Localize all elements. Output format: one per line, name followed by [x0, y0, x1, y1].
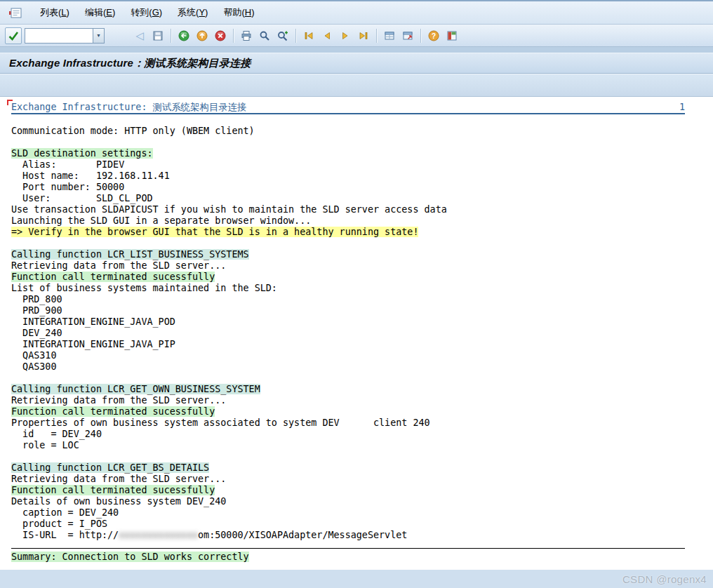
back-arrow-icon — [178, 30, 189, 41]
next-page-icon — [340, 30, 351, 41]
exit-arrow-icon — [196, 30, 208, 41]
toolbar-separator — [171, 29, 171, 43]
report-line: Use transaction SLDAPICUST if you wish t… — [11, 204, 696, 215]
find-next-button[interactable] — [274, 27, 291, 44]
report-area: Exchange Infrastructure: 测试系统架构目录连接1Comm… — [0, 97, 713, 570]
first-page-button[interactable] — [300, 27, 317, 44]
save-button[interactable] — [149, 27, 166, 44]
new-session-button[interactable] — [381, 27, 398, 44]
first-page-icon — [303, 30, 314, 41]
command-dropdown-button[interactable]: ▼ — [93, 28, 105, 44]
report-line: INTEGRATION_ENGINE_JAVA_POD — [11, 316, 696, 328]
status-bar: CSDN @rogenx4 — [0, 570, 713, 588]
report-line: List of business systems maintained in t… — [11, 283, 696, 294]
exit-button[interactable] — [194, 27, 211, 44]
previous-page-button[interactable] — [319, 27, 335, 44]
report-line — [11, 373, 696, 384]
summary-divider — [11, 541, 685, 549]
report-lines: Exchange Infrastructure: 测试系统架构目录连接1Comm… — [0, 97, 696, 563]
help-button[interactable]: ? — [425, 27, 442, 44]
back-button[interactable] — [175, 27, 192, 44]
report-line: SLD destination settings: — [11, 148, 696, 159]
toolbar-separator — [420, 29, 421, 43]
menu-bar: 列表(L)编辑(E)转到(G)系统(Y)帮助(H) — [0, 1, 713, 25]
new-session-icon — [384, 30, 395, 41]
report-line: QAS310 — [11, 350, 696, 361]
menu-item-system[interactable]: 系统(Y) — [170, 4, 215, 22]
toolbar-separator — [233, 29, 234, 43]
report-line: => Verify in the browser GUI that the SL… — [11, 227, 696, 238]
title-bar: Exchange Infrastructure：测试系统架构目录连接 — [0, 53, 713, 74]
report-line: PRD_800 — [11, 294, 696, 305]
list-report-icon — [8, 7, 24, 19]
cancel-x-icon — [215, 30, 226, 41]
report-line: Port number: 50000 — [11, 182, 696, 193]
watermark-text: CSDN @rogenx4 — [622, 573, 707, 585]
enter-check-icon — [8, 30, 19, 41]
is-url-line: IS-URL = http://xxxxxxxxxxxxxxom:50000/X… — [11, 530, 696, 541]
report-line: Function call terminated sucessfully — [11, 406, 696, 417]
report-line: User: SLD_CL_POD — [11, 193, 696, 204]
help-question-icon: ? — [428, 30, 439, 41]
menu-item-goto[interactable]: 转到(G) — [123, 4, 170, 22]
report-line: QAS300 — [11, 361, 696, 373]
window-gap-band — [0, 47, 713, 53]
find-button[interactable] — [256, 27, 273, 44]
report-line: role = LOC — [11, 440, 696, 451]
report-line: Retrieving data from the SLD server... — [11, 395, 696, 406]
report-line: Calling function LCR_GET_BS_DETAILS — [11, 462, 696, 474]
print-button[interactable] — [238, 27, 255, 44]
page-number: 1 — [679, 102, 685, 113]
create-shortcut-button[interactable] — [399, 27, 416, 44]
menu-item-list[interactable]: 列表(L) — [32, 4, 77, 22]
report-line: Retrieving data from the SLD server... — [11, 260, 696, 272]
report-line: Function call terminated sucessfully — [11, 485, 696, 496]
toolbar-separator — [376, 29, 377, 43]
sap-window: 列表(L)编辑(E)转到(G)系统(Y)帮助(H) ▼ ◁ — [0, 0, 713, 588]
report-line: Communication mode: HTTP only (WBEM clie… — [11, 126, 696, 137]
collapse-command-button[interactable]: ◁ — [131, 27, 148, 44]
chevron-down-icon: ▼ — [96, 33, 101, 38]
report-line: Retrieving data from the SLD server... — [11, 474, 696, 485]
save-icon — [152, 30, 164, 41]
command-input[interactable] — [25, 28, 93, 44]
report-line: Alias: PIDEV — [11, 159, 696, 171]
report-line — [11, 137, 696, 148]
report-line: Function call terminated sucessfully — [11, 272, 696, 283]
last-page-icon — [358, 30, 369, 41]
report-line: INTEGRATION_ENGINE_JAVA_PIP — [11, 339, 696, 350]
cancel-button[interactable] — [212, 27, 229, 44]
page-title: Exchange Infrastructure：测试系统架构目录连接 — [9, 57, 251, 70]
report-line — [11, 114, 696, 126]
report-line: Launching the SLD GUI in a separate brow… — [11, 215, 696, 227]
menu-item-edit[interactable]: 编辑(E) — [77, 4, 123, 22]
report-line — [11, 451, 696, 462]
magnifier-icon — [259, 30, 270, 41]
printer-icon — [241, 30, 252, 41]
redacted-host: xxxxxxxxxxxxxx — [119, 530, 198, 540]
magnifier-plus-icon — [277, 30, 288, 41]
report-line: Details of own business system DEV_240 — [11, 496, 696, 507]
menu-item-help[interactable]: 帮助(H) — [215, 4, 262, 22]
customize-layout-icon — [446, 30, 458, 41]
report-line: caption = DEV_240 — [11, 507, 696, 519]
toolbar-separator — [295, 29, 296, 43]
report-line: DEV_240 — [11, 328, 696, 339]
left-triangle-icon: ◁ — [135, 30, 144, 41]
report-line: product = I_POS — [11, 519, 696, 530]
report-line: Calling function LCR_GET_OWN_BUSINESS_SY… — [11, 384, 696, 395]
svg-text:?: ? — [432, 31, 436, 39]
standard-toolbar: ▼ ◁ — [0, 25, 713, 47]
command-field: ▼ — [25, 28, 105, 44]
next-page-button[interactable] — [337, 27, 354, 44]
customize-layout-button[interactable] — [444, 27, 460, 44]
report-line: Host name: 192.168.11.41 — [11, 171, 696, 182]
list-corner-marker — [7, 100, 13, 105]
application-toolbar — [0, 74, 713, 97]
menu-items: 列表(L)编辑(E)转到(G)系统(Y)帮助(H) — [32, 4, 262, 22]
report-line: Summary: Connection to SLD works correct… — [11, 552, 696, 563]
report-line: id = DEV_240 — [11, 429, 696, 440]
last-page-button[interactable] — [355, 27, 372, 44]
enter-button[interactable] — [5, 27, 22, 44]
report-line: Properties of own business system associ… — [11, 417, 696, 429]
